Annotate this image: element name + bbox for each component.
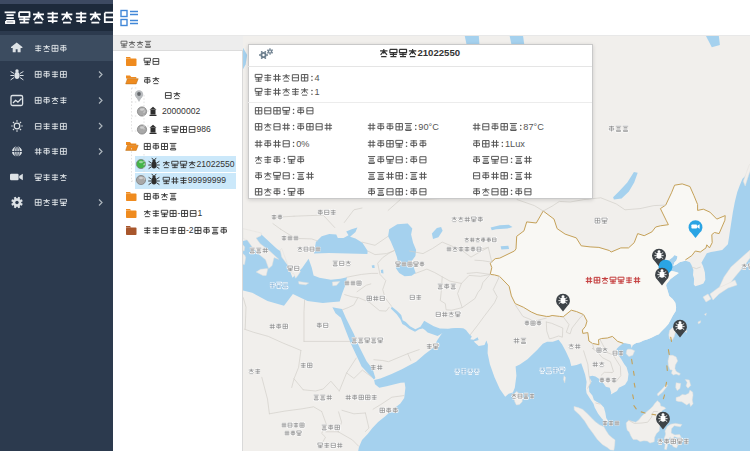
svg-text:-2: -2 (186, 225, 194, 235)
svg-text:986: 986 (196, 124, 211, 134)
svg-text:90°C: 90°C (418, 122, 439, 132)
svg-text:0%: 0% (296, 139, 309, 149)
svg-text:21022550: 21022550 (196, 159, 234, 169)
svg-text:20000002: 20000002 (162, 106, 200, 116)
svg-text:1Lux: 1Lux (505, 139, 525, 149)
svg-text:4: 4 (314, 73, 319, 83)
svg-text:1: 1 (314, 87, 319, 97)
svg-text:1: 1 (197, 208, 202, 218)
svg-text:-: - (177, 208, 180, 218)
svg-text:99999999: 99999999 (188, 175, 226, 185)
svg-text:21022550: 21022550 (418, 48, 461, 59)
svg-text:87°C: 87°C (523, 122, 544, 132)
